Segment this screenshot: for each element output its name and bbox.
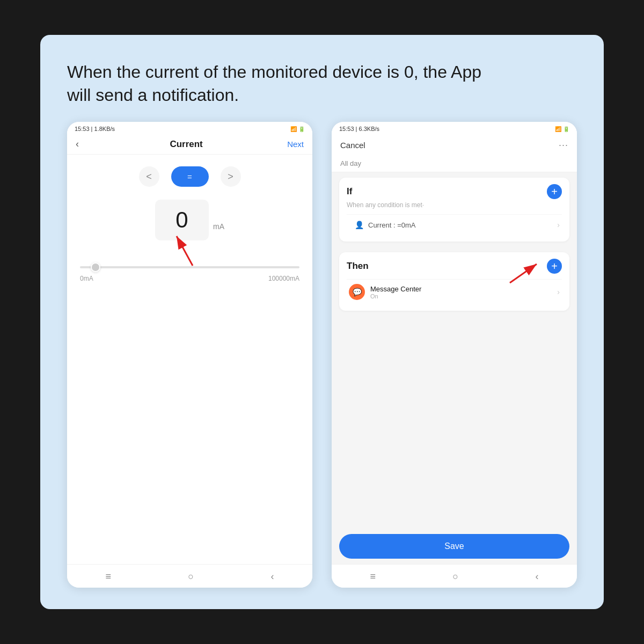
phone1-content: < = > 0 mA — [67, 155, 312, 564]
less-than-button[interactable]: < — [139, 166, 159, 187]
msg-center-label: Message Center — [370, 285, 421, 293]
save-button[interactable]: Save — [339, 534, 569, 559]
message-center-item[interactable]: 💬 Message Center On › — [347, 279, 562, 304]
phone2-status-icons: 📶 🔋 — [555, 126, 569, 132]
cancel-button[interactable]: Cancel — [340, 141, 365, 150]
device-icon: 👤 — [349, 219, 364, 231]
phone1: 15:53 | 1.8KB/s 📶 🔋 ‹ Current Next < = — [67, 122, 312, 588]
operator-row: < = > — [67, 155, 312, 194]
back-button[interactable]: ‹ — [76, 138, 79, 150]
then-label: Then — [347, 261, 369, 272]
phone1-time: 15:53 | 1.8KB/s — [75, 126, 115, 132]
signal-icon: 📶 — [290, 126, 297, 132]
signal-icon2: 📶 — [555, 126, 561, 132]
equals-button[interactable]: = — [171, 166, 209, 187]
headline: When the current of the monitored device… — [67, 61, 507, 107]
phone2-status-bar: 15:53 | 6.3KB/s 📶 🔋 — [332, 122, 577, 134]
phone2-body: All day If + When any condition is met· — [332, 155, 577, 564]
phone1-nav-bar: ‹ Current Next — [67, 134, 312, 155]
back-icon2[interactable]: ‹ — [535, 571, 538, 582]
menu-icon2[interactable]: ≡ — [370, 571, 376, 582]
then-header: Then + — [347, 259, 562, 274]
condition-value: Current : =0mA — [368, 221, 416, 229]
battery-icon2: 🔋 — [563, 126, 569, 132]
msg-center-status: On — [370, 293, 421, 299]
if-label: If — [347, 186, 352, 197]
condition-item: 👤 Current : =0mA › — [347, 214, 562, 235]
home-icon2[interactable]: ○ — [452, 571, 458, 582]
phone2-time: 15:53 | 6.3KB/s — [339, 126, 379, 132]
slider-labels: 0mA 100000mA — [80, 275, 299, 282]
unit-label: mA — [213, 222, 224, 231]
save-btn-area: Save — [332, 491, 577, 564]
msg-chevron: › — [557, 288, 560, 296]
slider-thumb[interactable] — [91, 262, 100, 272]
value-display: 0 — [155, 200, 209, 240]
allday-label: All day — [340, 159, 361, 167]
phone2-bottom-nav: ≡ ○ ‹ — [332, 564, 577, 588]
if-plus-button[interactable]: + — [547, 184, 562, 199]
msg-item-left: 💬 Message Center On — [349, 284, 421, 300]
home-icon[interactable]: ○ — [188, 571, 194, 582]
slider-min: 0mA — [80, 275, 93, 282]
value-container: 0 mA — [67, 194, 312, 245]
phone2-nav: Cancel ··· — [332, 134, 577, 155]
if-section: If + When any condition is met· 👤 — [339, 178, 569, 241]
msg-text-block: Message Center On — [370, 285, 421, 299]
condition-chevron: › — [557, 221, 560, 229]
message-center-icon: 💬 — [349, 284, 365, 300]
slider-max: 100000mA — [268, 275, 299, 282]
phone1-bottom-nav: ≡ ○ ‹ — [67, 564, 312, 588]
outer-card: When the current of the monitored device… — [40, 35, 604, 609]
slider-track[interactable] — [80, 266, 299, 268]
greater-than-button[interactable]: > — [221, 166, 241, 187]
phone1-status-bar: 15:53 | 1.8KB/s 📶 🔋 — [67, 122, 312, 134]
phones-row: 15:53 | 1.8KB/s 📶 🔋 ‹ Current Next < = — [67, 122, 577, 588]
slider-area: 0mA 100000mA — [67, 245, 312, 287]
back-icon[interactable]: ‹ — [270, 571, 274, 582]
battery-icon: 🔋 — [298, 126, 305, 132]
phone2: 15:53 | 6.3KB/s 📶 🔋 Cancel ··· All day — [332, 122, 577, 588]
phone1-status-icons: 📶 🔋 — [290, 126, 305, 132]
next-button[interactable]: Next — [287, 140, 304, 149]
more-button[interactable]: ··· — [559, 140, 568, 151]
then-plus-button[interactable]: + — [547, 259, 562, 274]
menu-icon[interactable]: ≡ — [106, 571, 112, 582]
then-section: Then + — [339, 252, 569, 311]
condition-item-left: 👤 Current : =0mA — [349, 219, 416, 231]
phone1-title: Current — [85, 139, 287, 150]
condition-row: When any condition is met· — [347, 201, 562, 209]
allday-row: All day — [332, 155, 577, 172]
if-section-header: If + — [347, 184, 562, 199]
